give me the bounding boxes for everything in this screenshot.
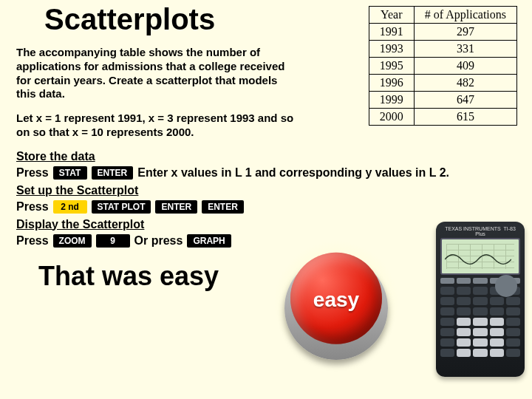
key-graph: GRAPH	[187, 234, 231, 248]
cell-apps: 647	[414, 92, 516, 109]
cell-year: 1995	[369, 58, 414, 75]
cell-apps: 615	[414, 109, 516, 126]
table-row: 2000615	[369, 109, 516, 126]
table-row: 1991297	[369, 24, 516, 41]
section-display-scatterplot: Display the Scatterplot	[16, 218, 297, 231]
intro-paragraph: The accompanying table shows the number …	[16, 46, 297, 101]
cell-year: 1999	[369, 92, 414, 109]
cell-year: 2000	[369, 109, 414, 126]
graphing-calculator-icon: TEXAS INSTRUMENTS TI-83 Plus	[436, 222, 525, 377]
table-row: 1999647	[369, 92, 516, 109]
easy-button-graphic: easy	[273, 251, 399, 355]
cell-apps: 409	[414, 58, 516, 75]
cell-apps: 331	[414, 41, 516, 58]
key-9: 9	[96, 234, 130, 248]
table-row: 1996482	[369, 75, 516, 92]
key-enter: ENTER	[202, 200, 244, 214]
press-label: Press	[16, 166, 49, 180]
applications-table: Year # of Applications 1991297 1993331 1…	[369, 6, 517, 126]
press-label: Press	[16, 234, 49, 248]
key-enter: ENTER	[92, 166, 134, 180]
section-store-data: Store the data	[16, 150, 297, 163]
calculator-screen-icon	[440, 238, 520, 275]
enter-values-instruction: Enter x values in L 1 and corresponding …	[137, 166, 449, 180]
key-enter: ENTER	[155, 200, 197, 214]
key-zoom: ZOOM	[53, 234, 92, 248]
key-2nd: 2 nd	[53, 200, 87, 214]
key-statplot: STAT PLOT	[92, 200, 151, 214]
closing-text: That was easy	[38, 261, 297, 292]
cell-apps: 482	[414, 75, 516, 92]
table-row: 1993331	[369, 41, 516, 58]
cell-year: 1996	[369, 75, 414, 92]
col-year-header: Year	[369, 7, 414, 24]
easy-button-label: easy	[313, 288, 359, 312]
section-setup-scatterplot: Set up the Scatterplot	[16, 184, 297, 197]
mapping-paragraph: Let x = 1 represent 1991, x = 3 represen…	[16, 112, 297, 140]
or-press-label: Or press	[134, 234, 183, 248]
table-row: 1995409	[369, 58, 516, 75]
cell-year: 1993	[369, 41, 414, 58]
cell-apps: 297	[414, 24, 516, 41]
easy-button-icon: easy	[290, 253, 382, 344]
col-apps-header: # of Applications	[414, 7, 516, 24]
cell-year: 1991	[369, 24, 414, 41]
key-stat: STAT	[53, 166, 87, 180]
press-label: Press	[16, 200, 49, 214]
calculator-dpad-icon	[495, 275, 517, 297]
